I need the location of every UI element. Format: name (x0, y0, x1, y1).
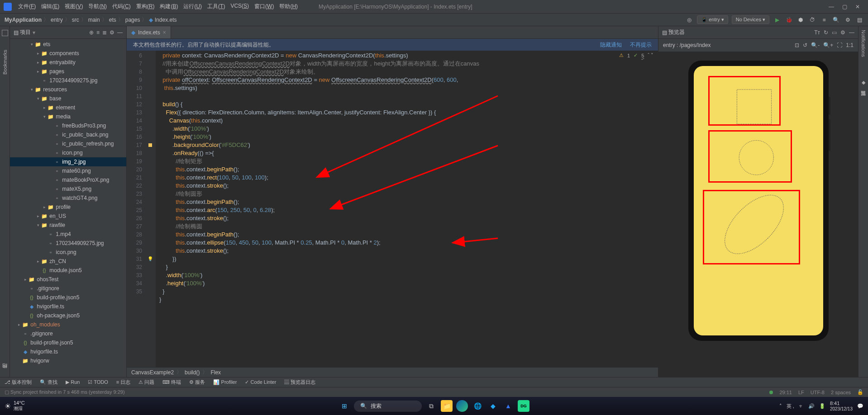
bottom-tool-查找[interactable]: 🔍 查找 (40, 379, 57, 386)
menu-item[interactable]: 文件(F) (15, 1, 38, 12)
breadcrumb-item[interactable]: main (88, 17, 100, 23)
cursor-position[interactable]: 29:11 (779, 390, 792, 395)
deveco-icon[interactable]: ▲ (502, 400, 514, 412)
bottom-tool-预览器日志[interactable]: ▤ 预览器日志 (284, 379, 315, 386)
device-selector[interactable]: No Devices ▾ (732, 15, 769, 24)
code-crumb-item[interactable]: Flex (210, 369, 221, 376)
tree-item[interactable]: ▫ .gitignore (10, 329, 126, 338)
bookmarks-label[interactable]: Bookmarks (2, 50, 8, 75)
hide-icon[interactable]: — (849, 29, 854, 36)
target-icon[interactable]: ◎ (685, 16, 693, 24)
code-inspection-status[interactable]: ⚠1 ✓5 ˆ ˅ (619, 52, 653, 58)
clock[interactable]: 8:412023/12/13 (830, 401, 853, 411)
devices-icon[interactable]: ▭ (832, 29, 837, 36)
bottom-tool-服务[interactable]: ⚙ 服务 (189, 379, 205, 386)
tree-item[interactable]: ▫ 1702344909275.jpg (10, 76, 126, 85)
tree-item[interactable]: ▸📁 profile (10, 203, 126, 212)
menu-item[interactable]: 导航(N) (86, 1, 110, 12)
tab-index-ets[interactable]: ◆ Index.ets × (127, 26, 171, 38)
edge-icon[interactable] (456, 400, 468, 412)
tree-item[interactable]: ▫ mateX5.png (10, 184, 126, 193)
chrome-icon[interactable]: 🌐 (472, 400, 483, 412)
module-selector[interactable]: 📱 entry ▾ (697, 15, 728, 24)
stop-icon[interactable]: ■ (820, 16, 828, 24)
bottom-tool-终端[interactable]: ⌨ 终端 (162, 379, 181, 386)
menu-item[interactable]: 编辑(E) (38, 1, 62, 12)
system-tray[interactable]: ˄ 英 , ᯤ 🔊 🔋 8:412023/12/13 💬 (779, 401, 863, 411)
start-icon[interactable]: ⊞ (339, 400, 350, 412)
line-ending[interactable]: LF (798, 390, 804, 395)
project-tree[interactable]: ▾📁 ets▸📁 components▸📁 entryability▸📁 pag… (10, 39, 126, 377)
bottom-tool-日志[interactable]: ≡ 日志 (116, 379, 130, 386)
profile-icon[interactable]: ⏱ (808, 16, 816, 24)
menu-item[interactable]: 构建(B) (157, 1, 181, 12)
bottom-tool-TODO[interactable]: ☑ TODO (88, 379, 108, 385)
breadcrumb-item[interactable]: entry (51, 17, 63, 23)
locate-icon[interactable]: ⊕ (89, 29, 94, 36)
notification-icon[interactable]: 💬 (857, 403, 863, 409)
close-icon[interactable]: ✕ (855, 4, 860, 10)
bottom-tool-Profiler[interactable]: 📊 Profiler (213, 379, 237, 385)
breadcrumb-item[interactable]: ets (109, 17, 116, 23)
weather-widget[interactable]: ☀ 14°C潮湿 (5, 400, 25, 412)
settings-icon[interactable]: ⚙ (844, 16, 852, 24)
tree-item[interactable]: ◆ hvigorfile.ts (10, 302, 126, 311)
tree-item[interactable]: ▫ icon.png (10, 248, 126, 257)
breadcrumb-item[interactable]: MyApplication (5, 17, 42, 23)
volume-icon[interactable]: 🔊 (808, 403, 815, 409)
gear-icon[interactable]: ⚙ (840, 29, 845, 36)
coverage-icon[interactable]: ⬢ (796, 16, 805, 24)
tree-item[interactable]: ▸📁 oh_modules (10, 320, 126, 329)
tree-item[interactable]: ◆ hvigorfile.ts (10, 347, 126, 356)
tree-item[interactable]: {} build-profile.json5 (10, 293, 126, 302)
code-breadcrumb[interactable]: CanvasExample2〉build()〉Flex (127, 367, 658, 377)
tree-item[interactable]: ▾📁 media (10, 112, 126, 121)
tree-item[interactable]: {} build-profile.json5 (10, 338, 126, 347)
tab-close-icon[interactable]: × (163, 29, 166, 36)
wifi-icon[interactable]: ᯤ (799, 403, 804, 409)
menu-item[interactable]: 运行(U) (181, 1, 205, 12)
breadcrumb-item[interactable]: src (72, 17, 79, 23)
vscode-icon[interactable]: ◆ (487, 400, 499, 412)
bottom-tool-问题[interactable]: ⚠ 问题 (138, 379, 154, 386)
tray-chevron-icon[interactable]: ˄ (779, 403, 782, 409)
tree-item[interactable]: ▫ mateBookProX.png (10, 175, 126, 184)
search-icon[interactable]: 🔍 (832, 16, 840, 24)
tree-item[interactable]: ▸📁 element (10, 103, 126, 112)
hide-icon[interactable]: — (117, 29, 123, 36)
menu-item[interactable]: 帮助(H) (277, 1, 300, 12)
banner-hide-link[interactable]: 隐藏通知 (600, 41, 622, 49)
explorer-icon[interactable]: 📁 (441, 400, 453, 412)
menu-item[interactable]: 代码(C) (110, 1, 134, 12)
tree-item[interactable]: {} module.json5 (10, 266, 126, 275)
ime-indicator[interactable]: 英 , (787, 403, 794, 410)
tree-item[interactable]: ▸📁 zh_CN (10, 257, 126, 266)
menu-item[interactable]: 重构(R) (134, 1, 157, 12)
run-icon[interactable]: ▶ (773, 16, 781, 24)
bottom-tool-Run[interactable]: ▶ Run (66, 379, 80, 385)
datagrip-icon[interactable]: DG (518, 400, 529, 412)
inspect-icon[interactable]: ⊡ (795, 42, 799, 48)
tree-item[interactable]: ▫ .gitignore (10, 284, 126, 293)
menu-item[interactable]: 工具(T) (205, 1, 228, 12)
menu-item[interactable]: 视图(V) (62, 1, 86, 12)
bottom-tool-版本控制[interactable]: ⎇ 版本控制 (5, 379, 32, 386)
refresh-icon[interactable]: ↻ (824, 29, 828, 36)
bottom-tool-Code Linter[interactable]: ✓ Code Linter (245, 379, 276, 385)
battery-icon[interactable]: 🔋 (819, 403, 825, 409)
collapse-icon[interactable]: ≣ (102, 29, 107, 36)
tree-item[interactable]: ▾📁 resources (10, 85, 126, 94)
menu-item[interactable]: 窗口(W) (252, 1, 277, 12)
tree-item[interactable]: ▫ ic_public_refresh.png (10, 139, 126, 148)
project-tool-icon[interactable] (2, 30, 8, 36)
tree-item[interactable]: ▾📁 rawfile (10, 221, 126, 230)
tree-item[interactable]: ▫ icon.png (10, 148, 126, 157)
tree-item[interactable]: ▫ ic_public_back.png (10, 130, 126, 139)
fit-icon[interactable]: ⛶ (837, 42, 842, 48)
zoom-ratio[interactable]: 1:1 (846, 42, 854, 48)
zoom-out-icon[interactable]: 🔍- (811, 42, 820, 48)
debug-icon[interactable]: 🐞 (785, 16, 793, 24)
zoom-in-icon[interactable]: 🔍+ (823, 42, 833, 48)
tree-item[interactable]: ▫ 1.mp4 (10, 230, 126, 239)
code-crumb-item[interactable]: CanvasExample2 (131, 369, 174, 376)
